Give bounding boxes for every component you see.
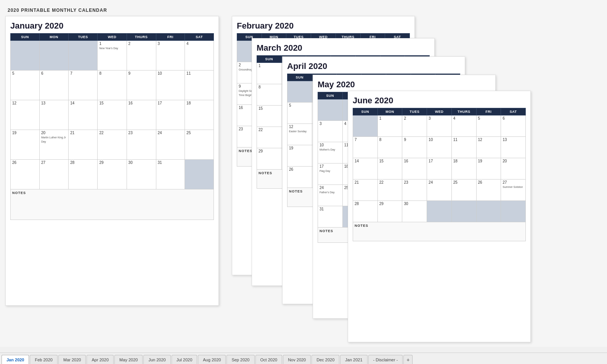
may-day-3: 3 bbox=[318, 121, 343, 142]
jan-day-3: 3 bbox=[156, 41, 185, 71]
tab-add-button[interactable]: + bbox=[403, 355, 413, 364]
jan-hdr-sat: SAT bbox=[185, 34, 214, 41]
jan-hdr-fri: FRI bbox=[156, 34, 185, 41]
jan-day-18: 18 bbox=[185, 100, 214, 130]
tab-jan-2020[interactable]: Jan 2020 bbox=[2, 355, 29, 364]
mar-day-29: 29 bbox=[257, 148, 282, 170]
jan-day-15: 15 bbox=[98, 100, 127, 130]
jun-day-14: 14 bbox=[353, 158, 378, 180]
jan-day-9: 9 bbox=[127, 71, 156, 100]
jan-day-27: 27 bbox=[39, 160, 68, 189]
table-row: 14 15 16 17 18 19 20 bbox=[353, 158, 526, 180]
jun-day-22: 22 bbox=[377, 180, 402, 201]
may-day-10: 10Mother's Day bbox=[318, 142, 343, 164]
tab-may-2020[interactable]: May 2020 bbox=[114, 355, 143, 364]
jun-day-30: 30 bbox=[402, 201, 427, 222]
june-grid: SUN MON TUES WED THURS FRI SAT 1 2 3 4 5 bbox=[353, 108, 526, 241]
february-title: February 2020 bbox=[237, 21, 410, 31]
jan-hdr-tue: TUES bbox=[69, 34, 98, 41]
jun-day-17: 17 bbox=[427, 158, 452, 180]
jan-day-26: 26 bbox=[11, 160, 40, 189]
tab-feb-2020[interactable]: Feb 2020 bbox=[30, 355, 57, 364]
jun-empty bbox=[501, 201, 526, 222]
tab-apr-2020[interactable]: Apr 2020 bbox=[87, 355, 114, 364]
january-grid: SUN MON TUES WED THURS FRI SAT 1New Year… bbox=[10, 33, 214, 220]
jan-empty bbox=[39, 41, 68, 71]
tab-jul-2020[interactable]: Jul 2020 bbox=[172, 355, 198, 364]
tab-dec-2020[interactable]: Dec 2020 bbox=[312, 355, 339, 364]
jun-day-21: 21 bbox=[353, 180, 378, 201]
jun-hdr-mon: MON bbox=[377, 108, 402, 115]
table-row: 5 6 7 8 9 10 11 bbox=[11, 71, 214, 100]
jun-day-12: 12 bbox=[476, 137, 501, 158]
table-row: 12 13 14 15 16 17 18 bbox=[11, 100, 214, 130]
march-title: March 2020 bbox=[257, 43, 430, 53]
page-title: 2020 PRINTABLE MONTHLY CALENDAR bbox=[8, 8, 599, 13]
jan-notes: NOTES bbox=[11, 189, 214, 220]
tab-bar: Jan 2020 Feb 2020 Mar 2020 Apr 2020 May … bbox=[0, 353, 607, 364]
jun-day-26: 26 bbox=[476, 180, 501, 201]
jun-day-29: 29 bbox=[377, 201, 402, 222]
jan-day-5: 5 bbox=[11, 71, 40, 100]
jun-hdr-thu: THURS bbox=[451, 108, 476, 115]
table-row: 21 22 23 24 25 26 27Summer Solstice bbox=[353, 180, 526, 201]
may-hdr-sun: SUN bbox=[318, 92, 343, 99]
may-title: May 2020 bbox=[318, 80, 491, 90]
jun-day-10: 10 bbox=[427, 137, 452, 158]
mar-day-8: 8 bbox=[257, 84, 282, 106]
notes-row: NOTES bbox=[353, 222, 526, 241]
jan-hdr-mon: MON bbox=[39, 34, 68, 41]
jun-day-16: 16 bbox=[402, 158, 427, 180]
tab-mar-2020[interactable]: Mar 2020 bbox=[58, 355, 86, 364]
jan-day-20: 20Martin Luther King Jr Day bbox=[39, 130, 68, 160]
jun-day-20: 20 bbox=[501, 158, 526, 180]
tab-jan-2021[interactable]: Jan 2021 bbox=[340, 355, 367, 364]
jun-empty bbox=[476, 201, 501, 222]
jan-day-30: 30 bbox=[127, 160, 156, 189]
jun-day-8: 8 bbox=[377, 137, 402, 158]
table-row: 1 2 3 4 5 6 bbox=[353, 115, 526, 137]
jun-hdr-tue: TUES bbox=[402, 108, 427, 115]
tab-sep-2020[interactable]: Sep 2020 bbox=[226, 355, 254, 364]
jun-day-19: 19 bbox=[476, 158, 501, 180]
jun-day-23: 23 bbox=[402, 180, 427, 201]
jan-hdr-wed: WED bbox=[98, 34, 127, 41]
jan-empty bbox=[11, 41, 40, 71]
june-title: June 2020 bbox=[353, 96, 526, 106]
jan-day-16: 16 bbox=[127, 100, 156, 130]
tab-jun-2020[interactable]: Jun 2020 bbox=[143, 355, 170, 364]
tab-disclaimer[interactable]: - Disclaimer - bbox=[368, 355, 403, 364]
january-sheet: January 2020 SUN MON TUES WED THURS FRI … bbox=[5, 16, 219, 306]
jun-notes: NOTES bbox=[353, 222, 526, 241]
jan-day-4: 4 bbox=[185, 41, 214, 71]
jan-day-8: 8 bbox=[98, 71, 127, 100]
may-day-24: 24Father's Day bbox=[318, 185, 343, 206]
jun-day-25: 25 bbox=[451, 180, 476, 201]
jan-day-25: 25 bbox=[185, 130, 214, 160]
jun-day-6: 6 bbox=[501, 115, 526, 137]
jan-hdr-sun: SUN bbox=[11, 34, 40, 41]
jan-day-7: 7 bbox=[69, 71, 98, 100]
jun-day-4: 4 bbox=[451, 115, 476, 137]
tab-nov-2020[interactable]: Nov 2020 bbox=[283, 355, 311, 364]
jun-hdr-fri: FRI bbox=[476, 108, 501, 115]
april-title: April 2020 bbox=[287, 61, 460, 71]
jun-day-7: 7 bbox=[353, 137, 378, 158]
apr-empty bbox=[287, 81, 312, 103]
jun-day-13: 13 bbox=[501, 137, 526, 158]
table-row: 7 8 9 10 11 12 13 bbox=[353, 137, 526, 158]
table-row: 28 29 30 bbox=[353, 201, 526, 222]
june-sheet: June 2020 SUN MON TUES WED THURS FRI SAT… bbox=[348, 91, 531, 342]
jan-hdr-thu: THURS bbox=[127, 34, 156, 41]
jun-day-3: 3 bbox=[427, 115, 452, 137]
jun-day-18: 18 bbox=[451, 158, 476, 180]
table-row: 19 20Martin Luther King Jr Day 21 22 23 … bbox=[11, 130, 214, 160]
jun-hdr-sun: SUN bbox=[353, 108, 378, 115]
jan-day-21: 21 bbox=[69, 130, 98, 160]
jun-hdr-wed: WED bbox=[427, 108, 452, 115]
jan-day-10: 10 bbox=[156, 71, 185, 100]
tab-aug-2020[interactable]: Aug 2020 bbox=[198, 355, 226, 364]
jun-day-27: 27Summer Solstice bbox=[501, 180, 526, 201]
tab-oct-2020[interactable]: Oct 2020 bbox=[255, 355, 283, 364]
jan-day-2: 2 bbox=[127, 41, 156, 71]
